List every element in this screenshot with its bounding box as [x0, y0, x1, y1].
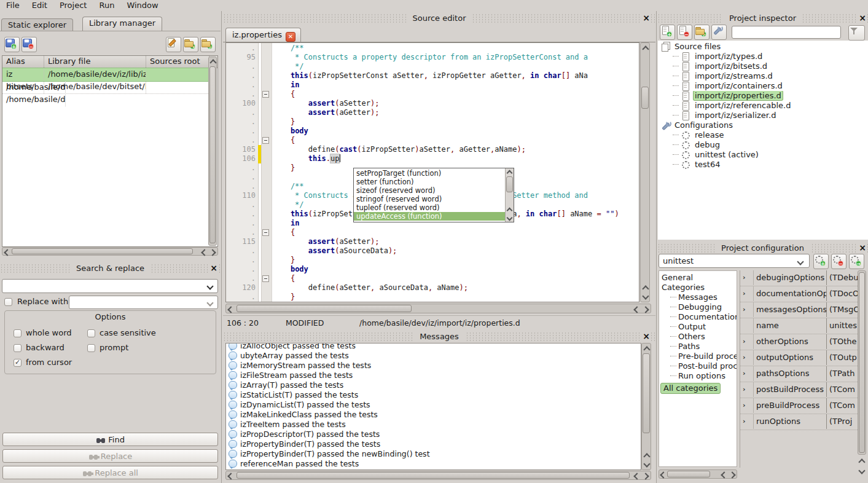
scroll-up-icon[interactable]: [643, 452, 651, 460]
library-table-hscrollbar[interactable]: [2, 247, 218, 256]
scroll-left-icon[interactable]: [3, 248, 11, 256]
category-item[interactable]: General: [659, 273, 737, 283]
right-splitter[interactable]: [656, 11, 657, 483]
expand-icon[interactable]: ›: [743, 382, 746, 397]
tree-item[interactable]: import/iz/containers.d: [658, 81, 868, 91]
inspector-filter-input[interactable]: [732, 26, 841, 39]
code-line[interactable]: . }: [226, 293, 639, 302]
scroll-right-icon[interactable]: [641, 472, 649, 480]
scroll-thumb[interactable]: [237, 305, 412, 312]
config-categories-tree[interactable]: GeneralCategoriesMessagesDebuggingDocume…: [659, 270, 737, 467]
add-config-button[interactable]: +: [813, 254, 829, 269]
category-item[interactable]: Debugging: [659, 302, 737, 312]
message-item[interactable]: izMemoryStream passed the tests: [226, 360, 641, 370]
search-input[interactable]: [2, 279, 218, 293]
code-line[interactable]: . }: [226, 117, 639, 127]
category-item[interactable]: Output: [659, 322, 737, 332]
message-item[interactable]: izTreeItem passed the tests: [226, 419, 641, 429]
filter-button[interactable]: [848, 25, 865, 41]
message-item[interactable]: izPropertyBinder(T) passed the tests: [226, 439, 641, 449]
grid-row[interactable]: ›debugingOptions(TDebu: [740, 270, 858, 286]
scroll-thumb[interactable]: [209, 66, 216, 243]
option-checkbox-whole-word[interactable]: [14, 329, 22, 337]
scroll-thumb[interactable]: [641, 87, 649, 109]
fold-collapse-icon[interactable]: [262, 275, 269, 282]
find-button[interactable]: Find: [2, 433, 218, 446]
code-line[interactable]: . in: [226, 80, 639, 90]
message-item[interactable]: izFileStream passed the tests: [226, 370, 641, 380]
add-folder-button[interactable]: +: [694, 25, 710, 40]
completion-item[interactable]: setPropTarget (function): [354, 169, 506, 178]
scroll-right-icon[interactable]: [208, 248, 216, 256]
tree-item[interactable]: Source files: [658, 42, 868, 52]
grid-row[interactable]: ›postBuildProcess(TCom: [740, 382, 858, 398]
message-item[interactable]: izAllocObject passed the tests: [226, 343, 641, 350]
chevron-down-icon[interactable]: [206, 283, 213, 289]
category-item[interactable]: Run options: [659, 371, 737, 381]
grid-row[interactable]: ›outputOptions(TOutp: [740, 350, 858, 366]
tree-item[interactable]: import/iz/referencable.d: [658, 101, 868, 111]
clone-config-button[interactable]: →: [849, 254, 864, 269]
scroll-thumb[interactable]: [643, 353, 650, 433]
code-line[interactable]: . /**: [226, 44, 639, 53]
code-line[interactable]: 105 define(cast(izPropSetter)aSetter, aG…: [226, 145, 639, 154]
message-item[interactable]: izMakeLinkedClass passed the tests: [226, 409, 641, 419]
inspector-tree[interactable]: Source filesimport/iz/types.dimport/iz/b…: [658, 41, 868, 240]
tree-item[interactable]: Configurations: [658, 120, 868, 130]
chevron-down-icon[interactable]: [797, 258, 803, 265]
message-item[interactable]: referenceMan passed the tests: [226, 458, 641, 468]
scroll-up-icon[interactable]: [506, 168, 514, 176]
grid-row[interactable]: ›documentationOptions(TDocO: [740, 286, 858, 302]
code-line[interactable]: . body: [226, 127, 639, 136]
expand-icon[interactable]: ›: [743, 366, 746, 381]
category-item[interactable]: Categories: [659, 283, 737, 293]
message-item[interactable]: izDynamicList(T) passed the tests: [226, 399, 641, 409]
code-line[interactable]: . assert(aGetter);: [226, 108, 639, 117]
expand-icon[interactable]: ›: [743, 302, 746, 317]
grid-row[interactable]: ›messagesOptions(TMsgO: [740, 302, 858, 318]
replace-button[interactable]: Replace: [2, 449, 218, 463]
scroll-thumb[interactable]: [12, 248, 193, 254]
menu-item-edit[interactable]: Edit: [26, 0, 53, 10]
code-line[interactable]: 100 assert(aSetter);: [226, 99, 639, 108]
code-line[interactable]: 115 assert(aSetter);: [226, 237, 639, 246]
add-file-button[interactable]: +: [660, 25, 675, 40]
left-splitter[interactable]: [221, 11, 222, 483]
scroll-up-icon[interactable]: [209, 58, 217, 66]
expand-icon[interactable]: ›: [743, 286, 746, 301]
category-item[interactable]: Messages: [659, 293, 737, 302]
tree-item[interactable]: import/iz/bitsets.d: [658, 61, 868, 71]
editor-hscrollbar[interactable]: [225, 304, 651, 313]
column-header-sources-root[interactable]: Sources root: [146, 56, 209, 68]
expand-icon[interactable]: ›: [743, 350, 746, 365]
scroll-up-icon[interactable]: [858, 457, 866, 465]
close-icon[interactable]: ×: [858, 243, 867, 253]
code-line[interactable]: . {: [226, 136, 639, 145]
category-item[interactable]: Others: [659, 332, 737, 342]
code-line[interactable]: . */: [226, 62, 639, 71]
remove-file-button[interactable]: −: [677, 25, 692, 40]
config-property-grid[interactable]: ›debugingOptions(TDebu›documentationOpti…: [740, 270, 858, 468]
scroll-up-icon[interactable]: [641, 284, 649, 292]
tree-item[interactable]: import/iz/types.d: [658, 52, 868, 61]
message-item[interactable]: izPropDescriptor(T) passed the tests: [226, 429, 641, 439]
messages-list[interactable]: izAllocObject passed the testsubyteArray…: [225, 343, 641, 470]
library-from-folder-button[interactable]: +: [200, 37, 216, 52]
close-icon[interactable]: ×: [642, 332, 651, 342]
completion-scrollbar[interactable]: [505, 168, 514, 222]
scroll-thumb[interactable]: [667, 471, 710, 477]
tree-item[interactable]: import/iz/serializer.d: [658, 111, 868, 120]
register-library-button[interactable]: +: [4, 37, 20, 52]
editor-vscrollbar[interactable]: [640, 42, 650, 302]
expand-icon[interactable]: ›: [743, 414, 746, 429]
category-item[interactable]: Post-build process: [659, 361, 737, 371]
messages-vscrollbar[interactable]: [641, 343, 651, 470]
scroll-up-icon[interactable]: [506, 206, 514, 214]
message-item[interactable]: izStaticList(T) passed the tests: [226, 390, 641, 399]
column-header-library-file[interactable]: Library file: [44, 56, 146, 68]
scroll-up-icon[interactable]: [643, 345, 651, 353]
close-icon[interactable]: ×: [209, 264, 218, 273]
completion-item[interactable]: tupleof (reserved word): [354, 203, 506, 212]
scroll-left-icon[interactable]: [633, 472, 641, 480]
unregister-library-button[interactable]: −: [22, 37, 37, 52]
